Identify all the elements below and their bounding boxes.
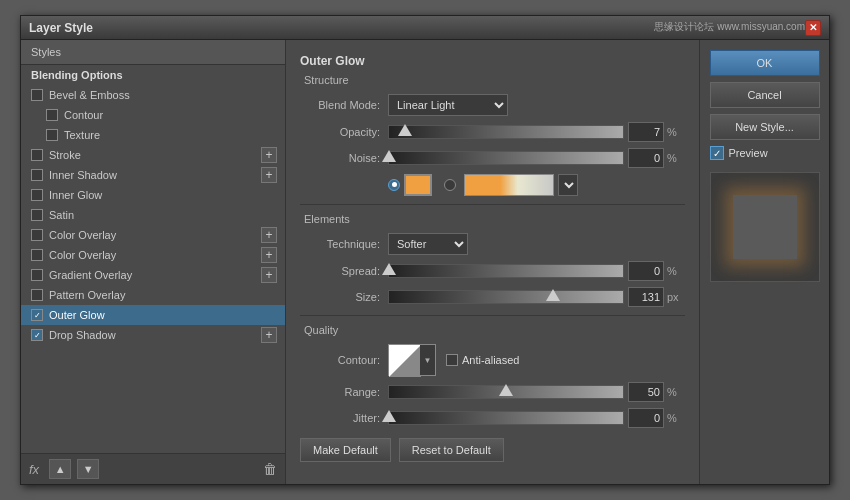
gradient-type-select[interactable]: ▼: [558, 174, 578, 196]
contour-preview[interactable]: [388, 344, 420, 376]
bottom-toolbar: fx ▲ ▼ 🗑: [21, 453, 285, 484]
drop-shadow-checkbox[interactable]: [31, 329, 43, 341]
right-panel: OK Cancel New Style... ✓ Preview: [699, 40, 829, 484]
size-slider[interactable]: [388, 290, 624, 304]
sidebar-item-color-overlay-1[interactable]: Color Overlay +: [21, 225, 285, 245]
noise-input[interactable]: [628, 148, 664, 168]
opacity-label: Opacity:: [300, 126, 380, 138]
spread-row: Spread: %: [300, 261, 685, 281]
size-input[interactable]: [628, 287, 664, 307]
inner-shadow-add-button[interactable]: +: [261, 167, 277, 183]
reset-to-default-button[interactable]: Reset to Default: [399, 438, 504, 462]
make-default-button[interactable]: Make Default: [300, 438, 391, 462]
opacity-slider[interactable]: [388, 125, 624, 139]
satin-checkbox[interactable]: [31, 209, 43, 221]
range-slider[interactable]: [388, 385, 624, 399]
anti-aliased-checkbox[interactable]: [446, 354, 458, 366]
stroke-checkbox[interactable]: [31, 149, 43, 161]
ok-button[interactable]: OK: [710, 50, 820, 76]
action-buttons: Make Default Reset to Default: [300, 438, 685, 462]
quality-label: Quality: [304, 324, 685, 336]
range-input[interactable]: [628, 382, 664, 402]
color-swatch[interactable]: [404, 174, 432, 196]
pattern-overlay-label: Pattern Overlay: [49, 289, 125, 301]
sidebar-item-drop-shadow[interactable]: Drop Shadow +: [21, 325, 285, 345]
fx-label: fx: [29, 462, 39, 477]
sidebar-item-color-overlay-2[interactable]: Color Overlay +: [21, 245, 285, 265]
inner-glow-label: Inner Glow: [49, 189, 102, 201]
color-overlay1-add-button[interactable]: +: [261, 227, 277, 243]
cancel-button[interactable]: Cancel: [710, 82, 820, 108]
stroke-label: Stroke: [49, 149, 81, 161]
blend-mode-label: Blend Mode:: [300, 99, 380, 111]
sidebar-item-inner-glow[interactable]: Inner Glow: [21, 185, 285, 205]
color-overlay2-add-button[interactable]: +: [261, 247, 277, 263]
noise-row: Noise: %: [300, 148, 685, 168]
jitter-label: Jitter:: [300, 412, 380, 424]
stroke-add-button[interactable]: +: [261, 147, 277, 163]
sidebar-item-outer-glow[interactable]: Outer Glow: [21, 305, 285, 325]
new-style-button[interactable]: New Style...: [710, 114, 820, 140]
color-row: ▼: [300, 174, 685, 196]
preview-label: Preview: [729, 147, 768, 159]
technique-label: Technique:: [300, 238, 380, 250]
inner-glow-checkbox[interactable]: [31, 189, 43, 201]
spread-input[interactable]: [628, 261, 664, 281]
watermark: 思缘设计论坛 www.missyuan.com: [654, 20, 805, 34]
color-overlay1-checkbox[interactable]: [31, 229, 43, 241]
sidebar-item-blending-options[interactable]: Blending Options: [21, 65, 285, 85]
trash-button[interactable]: 🗑: [263, 461, 277, 477]
preview-toggle[interactable]: ✓ Preview: [710, 146, 820, 160]
sidebar-item-contour[interactable]: Contour: [21, 105, 285, 125]
solid-color-radio[interactable]: [388, 179, 400, 191]
sidebar-item-stroke[interactable]: Stroke +: [21, 145, 285, 165]
down-button[interactable]: ▼: [77, 459, 99, 479]
size-label: Size:: [300, 291, 380, 303]
middle-panel: Outer Glow Structure Blend Mode: Linear …: [286, 40, 699, 484]
sidebar-item-texture[interactable]: Texture: [21, 125, 285, 145]
contour-controls: ▼ Anti-aliased: [388, 344, 519, 376]
sidebar-item-satin[interactable]: Satin: [21, 205, 285, 225]
sidebar-item-inner-shadow[interactable]: Inner Shadow +: [21, 165, 285, 185]
sidebar-item-bevel-emboss[interactable]: Bevel & Emboss: [21, 85, 285, 105]
close-button[interactable]: ✕: [805, 20, 821, 36]
inner-shadow-checkbox[interactable]: [31, 169, 43, 181]
gradient-swatch[interactable]: [464, 174, 554, 196]
color-overlay2-checkbox[interactable]: [31, 249, 43, 261]
outer-glow-checkbox[interactable]: [31, 309, 43, 321]
layer-style-dialog: Layer Style 思缘设计论坛 www.missyuan.com ✕ St…: [20, 15, 830, 485]
spread-unit: %: [667, 265, 685, 277]
jitter-input[interactable]: [628, 408, 664, 428]
gradient-radio[interactable]: [444, 179, 456, 191]
technique-select[interactable]: Softer Precise: [388, 233, 468, 255]
anti-aliased-wrap[interactable]: Anti-aliased: [446, 354, 519, 366]
preview-square: [733, 195, 797, 259]
divider-1: [300, 204, 685, 205]
styles-header: Styles: [21, 40, 285, 65]
drop-shadow-label: Drop Shadow: [49, 329, 116, 341]
sidebar-item-gradient-overlay[interactable]: Gradient Overlay +: [21, 265, 285, 285]
spread-thumb: [382, 263, 396, 275]
blend-mode-row: Blend Mode: Linear Light Normal Screen O…: [300, 94, 685, 116]
pattern-overlay-checkbox[interactable]: [31, 289, 43, 301]
opacity-row: Opacity: %: [300, 122, 685, 142]
jitter-slider[interactable]: [388, 411, 624, 425]
noise-slider[interactable]: [388, 151, 624, 165]
texture-checkbox[interactable]: [46, 129, 58, 141]
left-panel: Styles Blending Options Bevel & Emboss C…: [21, 40, 286, 484]
outer-glow-label: Outer Glow: [49, 309, 105, 321]
up-button[interactable]: ▲: [49, 459, 71, 479]
layer-list: Blending Options Bevel & Emboss Contour …: [21, 65, 285, 453]
gradient-overlay-checkbox[interactable]: [31, 269, 43, 281]
color-overlay1-label: Color Overlay: [49, 229, 116, 241]
spread-slider[interactable]: [388, 264, 624, 278]
gradient-overlay-add-button[interactable]: +: [261, 267, 277, 283]
drop-shadow-add-button[interactable]: +: [261, 327, 277, 343]
blend-mode-select[interactable]: Linear Light Normal Screen Overlay: [388, 94, 508, 116]
opacity-input[interactable]: [628, 122, 664, 142]
range-thumb: [499, 384, 513, 396]
sidebar-item-pattern-overlay[interactable]: Pattern Overlay: [21, 285, 285, 305]
contour-dropdown[interactable]: ▼: [420, 344, 436, 376]
bevel-emboss-checkbox[interactable]: [31, 89, 43, 101]
contour-checkbox[interactable]: [46, 109, 58, 121]
